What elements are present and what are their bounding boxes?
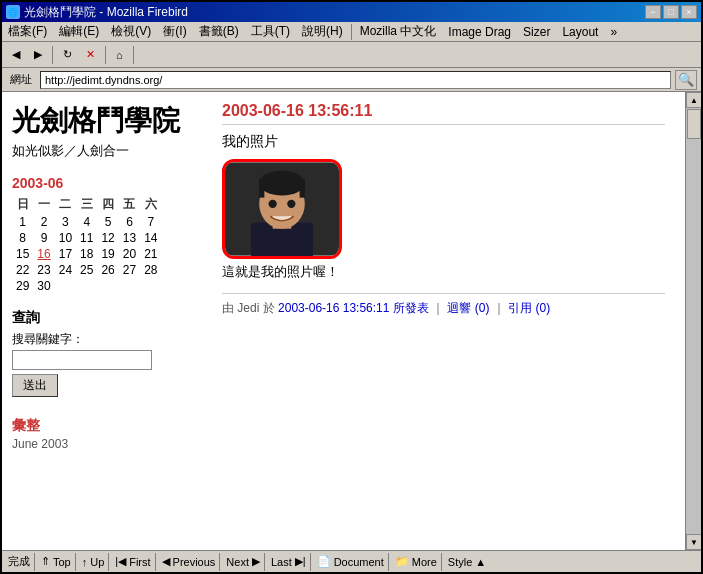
footer-reply-link[interactable]: 迴響 (0) xyxy=(447,301,489,315)
menu-overflow[interactable]: » xyxy=(604,23,623,41)
cal-day[interactable]: 20 xyxy=(119,246,140,262)
page-content: 光劍格鬥學院 如光似影／人劍合一 2003-06 日 一 二 三 xyxy=(2,92,685,550)
stop-button[interactable]: ✕ xyxy=(80,44,101,66)
calendar-header: 2003-06 xyxy=(12,175,192,191)
scroll-track[interactable] xyxy=(686,108,701,534)
menu-go[interactable]: 衝(I) xyxy=(157,21,192,42)
status-document[interactable]: 📄 Document xyxy=(313,553,389,571)
menu-sizer[interactable]: Sizer xyxy=(517,23,556,41)
cal-day[interactable]: 28 xyxy=(140,262,161,278)
cal-day[interactable]: 21 xyxy=(140,246,161,262)
cal-day[interactable]: 27 xyxy=(119,262,140,278)
menu-file[interactable]: 檔案(F) xyxy=(2,21,53,42)
scroll-thumb[interactable] xyxy=(687,109,701,139)
menu-sep-1 xyxy=(351,24,352,40)
svg-rect-5 xyxy=(259,179,264,198)
cal-day[interactable]: 17 xyxy=(55,246,76,262)
cal-day[interactable]: 23 xyxy=(33,262,54,278)
cal-day[interactable]: 5 xyxy=(97,214,118,230)
status-next[interactable]: Next ▶ xyxy=(222,553,265,571)
cal-weekday-sat: 六 xyxy=(140,195,161,214)
cal-day[interactable]: 18 xyxy=(76,246,97,262)
footer-prefix: 由 Jedi 於 xyxy=(222,301,275,315)
submit-button[interactable]: 送出 xyxy=(12,374,58,397)
cal-day[interactable]: 6 xyxy=(119,214,140,230)
post-footer: 由 Jedi 於 2003-06-16 13:56:11 所發表 ｜ 迴響 (0… xyxy=(222,293,665,317)
status-top[interactable]: ⇑ Top xyxy=(37,553,76,571)
close-button[interactable]: × xyxy=(681,5,697,19)
footer-sep-1: ｜ xyxy=(432,301,447,315)
menu-edit[interactable]: 編輯(E) xyxy=(53,21,105,42)
browser-window: 🌐 光劍格鬥學院 - Mozilla Firebird − □ × 檔案(F) … xyxy=(0,0,703,574)
toolbar-sep-1 xyxy=(52,46,53,64)
status-first[interactable]: |◀ First xyxy=(111,553,155,571)
cal-day[interactable]: 14 xyxy=(140,230,161,246)
site-title: 光劍格鬥學院 xyxy=(12,102,192,140)
maximize-button[interactable]: □ xyxy=(663,5,679,19)
cal-day[interactable]: 16 xyxy=(33,246,54,262)
cal-day[interactable]: 9 xyxy=(33,230,54,246)
footer-date-link[interactable]: 2003-06-16 13:56:11 所發表 xyxy=(278,301,429,315)
status-last[interactable]: Last ▶| xyxy=(267,553,311,571)
photo-caption: 這就是我的照片喔！ xyxy=(222,263,665,281)
menu-bookmarks[interactable]: 書籤(B) xyxy=(193,21,245,42)
minimize-button[interactable]: − xyxy=(645,5,661,19)
cal-day[interactable]: 22 xyxy=(12,262,33,278)
cal-day[interactable]: 29 xyxy=(12,278,33,294)
cal-day[interactable]: 12 xyxy=(97,230,118,246)
cal-day[interactable]: 25 xyxy=(76,262,97,278)
back-button[interactable]: ◀ xyxy=(6,44,26,66)
cal-day[interactable]: 1 xyxy=(12,214,33,230)
cal-day[interactable]: 15 xyxy=(12,246,33,262)
scroll-down-button[interactable]: ▼ xyxy=(686,534,701,550)
home-button[interactable]: ⌂ xyxy=(110,44,129,66)
scrollbar: ▲ ▼ xyxy=(685,92,701,550)
url-input[interactable] xyxy=(40,71,671,89)
svg-point-7 xyxy=(269,200,277,208)
menu-image-drag[interactable]: Image Drag xyxy=(442,23,517,41)
style-arrow-icon: ▲ xyxy=(475,556,486,568)
search-input[interactable] xyxy=(12,350,152,370)
cal-day[interactable]: 2 xyxy=(33,214,54,230)
first-label: First xyxy=(129,556,150,568)
cal-day[interactable]: 3 xyxy=(55,214,76,230)
cal-weekday-tue: 二 xyxy=(55,195,76,214)
post-title: 我的照片 xyxy=(222,133,665,151)
top-arrow-icon: ⇑ xyxy=(41,555,50,568)
cal-day[interactable]: 8 xyxy=(12,230,33,246)
style-label: Style xyxy=(448,556,472,568)
address-bar: 網址 🔍 xyxy=(2,68,701,92)
status-previous[interactable]: ◀ Previous xyxy=(158,553,221,571)
status-up[interactable]: ↑ Up xyxy=(78,553,110,571)
cal-day[interactable]: 4 xyxy=(76,214,97,230)
sidebar: 光劍格鬥學院 如光似影／人劍合一 2003-06 日 一 二 三 xyxy=(2,92,202,550)
menu-mozilla-zh[interactable]: Mozilla 中文化 xyxy=(354,21,443,42)
menu-layout[interactable]: Layout xyxy=(556,23,604,41)
forward-button[interactable]: ▶ xyxy=(28,44,48,66)
previous-arrow-icon: ◀ xyxy=(162,555,170,568)
menu-view[interactable]: 檢視(V) xyxy=(105,21,157,42)
cal-day[interactable]: 24 xyxy=(55,262,76,278)
window-title: 光劍格鬥學院 - Mozilla Firebird xyxy=(24,4,188,21)
cal-day[interactable]: 7 xyxy=(140,214,161,230)
footer-trackback-link[interactable]: 引用 (0) xyxy=(508,301,550,315)
reload-button[interactable]: ↻ xyxy=(57,44,78,66)
menu-help[interactable]: 說明(H) xyxy=(296,21,349,42)
status-more[interactable]: 📁 More xyxy=(391,553,442,571)
cal-day[interactable]: 26 xyxy=(97,262,118,278)
menu-tools[interactable]: 工具(T) xyxy=(245,21,296,42)
toolbar-sep-3 xyxy=(133,46,134,64)
status-style[interactable]: Style ▲ xyxy=(444,553,490,571)
cal-day[interactable]: 10 xyxy=(55,230,76,246)
scroll-up-button[interactable]: ▲ xyxy=(686,92,701,108)
cal-day xyxy=(97,278,118,294)
next-label: Next xyxy=(226,556,249,568)
cal-day[interactable]: 13 xyxy=(119,230,140,246)
cal-day[interactable]: 19 xyxy=(97,246,118,262)
navigation-toolbar: ◀ ▶ ↻ ✕ ⌂ xyxy=(2,42,701,68)
cal-day[interactable]: 30 xyxy=(33,278,54,294)
cal-weekday-mon: 一 xyxy=(33,195,54,214)
up-label: Up xyxy=(90,556,104,568)
cal-day[interactable]: 11 xyxy=(76,230,97,246)
search-button[interactable]: 🔍 xyxy=(675,70,697,90)
